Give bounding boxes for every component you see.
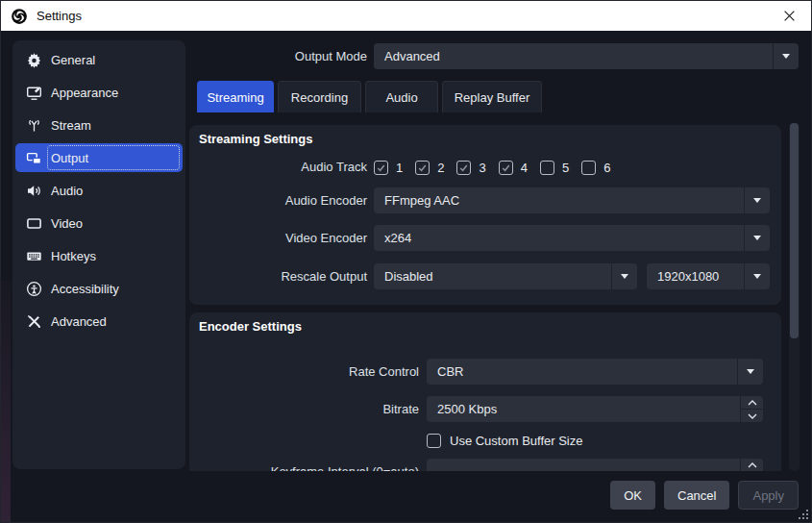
focus-outline bbox=[47, 145, 180, 170]
tab-replay-buffer[interactable]: Replay Buffer bbox=[442, 81, 542, 112]
sidebar-item-advanced[interactable]: Advanced bbox=[15, 307, 183, 336]
audio-track-6-label: 6 bbox=[603, 161, 610, 175]
streaming-settings-group: Streaming Settings Audio Track 1 2 3 4 5… bbox=[189, 125, 781, 305]
chevron-down-icon[interactable] bbox=[744, 187, 770, 213]
keyframe-interval-label: Keyframe Interval (0=auto) bbox=[189, 459, 419, 471]
audio-track-4-label: 4 bbox=[521, 161, 528, 175]
audio-icon bbox=[26, 183, 42, 199]
settings-body: General Appearance bbox=[1, 31, 811, 522]
spinner-up-icon[interactable] bbox=[741, 396, 763, 410]
sidebar-item-label: General bbox=[51, 53, 95, 67]
chevron-down-icon[interactable] bbox=[744, 263, 770, 289]
tab-streaming[interactable]: Streaming bbox=[197, 81, 274, 112]
settings-window: Settings General bbox=[0, 0, 812, 523]
left-tint-decoration bbox=[1, 281, 11, 522]
bitrate-value: 2500 Kbps bbox=[427, 396, 740, 422]
keyframe-interval-spinner[interactable] bbox=[427, 459, 763, 471]
rescale-output-value: Disabled bbox=[374, 269, 611, 284]
output-mode-label: Output Mode bbox=[189, 43, 367, 69]
use-custom-buffer-label: Use Custom Buffer Size bbox=[450, 434, 582, 448]
audio-track-2-label: 2 bbox=[437, 161, 444, 175]
sidebar-item-label: Hotkeys bbox=[51, 249, 96, 263]
close-icon bbox=[783, 10, 796, 22]
sidebar-item-hotkeys[interactable]: Hotkeys bbox=[15, 241, 183, 270]
ok-button[interactable]: OK bbox=[610, 481, 655, 510]
sidebar-item-label: Audio bbox=[51, 184, 83, 198]
streaming-settings-title: Streaming Settings bbox=[199, 132, 312, 146]
tab-recording[interactable]: Recording bbox=[278, 81, 361, 112]
dialog-buttons: OK Cancel Apply bbox=[610, 481, 799, 510]
audio-track-3-checkbox[interactable] bbox=[456, 161, 471, 175]
bitrate-spinner[interactable]: 2500 Kbps bbox=[427, 396, 763, 422]
audio-track-1-label: 1 bbox=[396, 161, 403, 175]
custom-buffer-row: Use Custom Buffer Size bbox=[427, 434, 582, 448]
output-mode-select[interactable]: Advanced bbox=[374, 43, 799, 69]
close-button[interactable] bbox=[767, 1, 811, 31]
titlebar: Settings bbox=[1, 1, 811, 31]
chevron-down-icon[interactable] bbox=[773, 43, 799, 69]
sidebar-item-label: Stream bbox=[51, 118, 91, 133]
spinner-down-icon[interactable] bbox=[741, 410, 763, 422]
chevron-down-icon[interactable] bbox=[737, 359, 763, 385]
cancel-button[interactable]: Cancel bbox=[664, 481, 729, 510]
audio-encoder-label: Audio Encoder bbox=[189, 187, 367, 213]
advanced-icon bbox=[26, 313, 42, 330]
window-title: Settings bbox=[37, 9, 82, 23]
video-encoder-value: x264 bbox=[374, 231, 744, 245]
sidebar-item-audio[interactable]: Audio bbox=[15, 176, 183, 205]
keyframe-interval-value bbox=[427, 459, 740, 471]
spinner-up-icon[interactable] bbox=[741, 459, 763, 471]
rescale-resolution-value: 1920x1080 bbox=[647, 269, 744, 284]
settings-sidebar: General Appearance bbox=[12, 40, 185, 469]
encoder-settings-title: Encoder Settings bbox=[199, 319, 302, 334]
sidebar-item-output[interactable]: Output bbox=[15, 143, 183, 172]
sidebar-item-accessibility[interactable]: Accessibility bbox=[15, 274, 183, 303]
rescale-resolution-select[interactable]: 1920x1080 bbox=[647, 263, 770, 289]
use-custom-buffer-checkbox[interactable] bbox=[427, 434, 441, 448]
audio-track-5-label: 5 bbox=[562, 161, 569, 175]
audio-track-1-checkbox[interactable] bbox=[374, 161, 388, 175]
video-icon bbox=[26, 215, 42, 232]
sidebar-item-label: Appearance bbox=[51, 86, 118, 100]
gear-icon bbox=[26, 52, 42, 68]
rescale-output-label: Rescale Output bbox=[189, 263, 367, 289]
audio-encoder-select[interactable]: FFmpeg AAC bbox=[374, 187, 770, 213]
audio-track-label: Audio Track bbox=[189, 160, 367, 175]
rate-control-label: Rate Control bbox=[189, 359, 419, 385]
resize-grip[interactable] bbox=[799, 510, 808, 519]
sidebar-item-general[interactable]: General bbox=[15, 45, 183, 74]
chevron-down-icon[interactable] bbox=[611, 263, 637, 289]
sidebar-item-stream[interactable]: Stream bbox=[15, 111, 183, 139]
sidebar-item-label: Accessibility bbox=[51, 282, 119, 296]
scrollbar-thumb[interactable] bbox=[790, 123, 799, 338]
audio-track-3-label: 3 bbox=[479, 161, 485, 175]
hotkeys-icon bbox=[26, 248, 42, 264]
vertical-scrollbar[interactable] bbox=[789, 123, 800, 471]
sidebar-item-appearance[interactable]: Appearance bbox=[15, 78, 183, 107]
video-encoder-select[interactable]: x264 bbox=[374, 225, 770, 251]
output-mode-value: Advanced bbox=[374, 49, 773, 63]
rate-control-select[interactable]: CBR bbox=[427, 359, 763, 385]
audio-encoder-value: FFmpeg AAC bbox=[374, 193, 744, 208]
stream-icon bbox=[26, 117, 42, 134]
audio-track-5-checkbox[interactable] bbox=[540, 161, 554, 175]
sidebar-item-label: Advanced bbox=[51, 314, 107, 329]
accessibility-icon bbox=[26, 281, 42, 297]
sidebar-item-label: Video bbox=[51, 216, 83, 231]
audio-track-4-checkbox[interactable] bbox=[499, 161, 513, 175]
chevron-down-icon[interactable] bbox=[744, 225, 770, 251]
tab-audio[interactable]: Audio bbox=[365, 81, 438, 112]
output-tabs: Streaming Recording Audio Replay Buffer bbox=[197, 81, 542, 112]
appearance-icon bbox=[26, 85, 42, 101]
output-icon bbox=[26, 150, 42, 166]
audio-track-checkboxes: 1 2 3 4 5 6 bbox=[374, 160, 615, 175]
apply-button[interactable]: Apply bbox=[738, 481, 799, 510]
audio-track-6-checkbox[interactable] bbox=[581, 161, 596, 175]
rate-control-value: CBR bbox=[427, 364, 737, 379]
audio-track-2-checkbox[interactable] bbox=[415, 161, 430, 175]
rescale-output-select[interactable]: Disabled bbox=[374, 263, 637, 289]
bitrate-label: Bitrate bbox=[189, 396, 419, 422]
sidebar-item-video[interactable]: Video bbox=[15, 209, 183, 237]
encoder-settings-group: Encoder Settings Rate Control CBR Bitrat… bbox=[189, 312, 781, 471]
video-encoder-label: Video Encoder bbox=[189, 225, 367, 251]
